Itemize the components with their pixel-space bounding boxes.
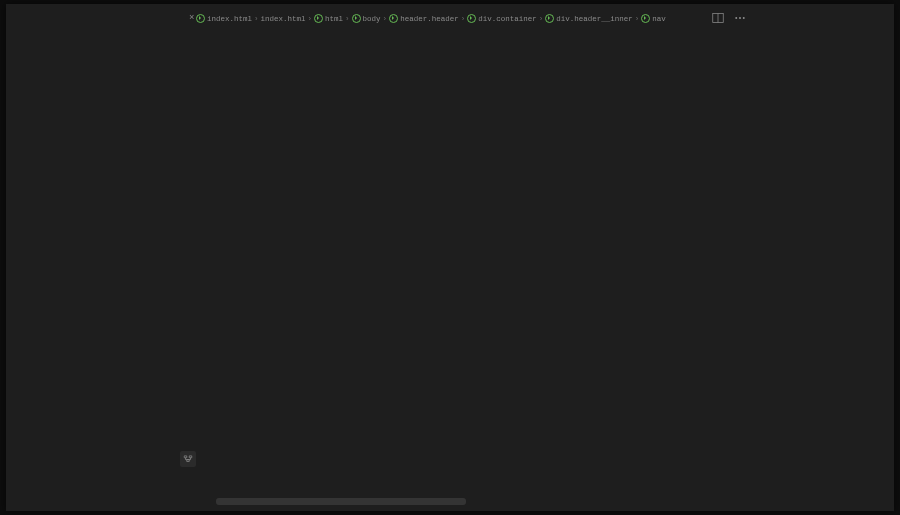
svg-point-2 xyxy=(735,17,737,19)
breadcrumb-path-4[interactable]: div.container xyxy=(467,14,537,23)
breadcrumb-path-2[interactable]: body xyxy=(352,14,381,23)
svg-point-4 xyxy=(743,17,745,19)
breadcrumb-path-3[interactable]: header.header xyxy=(389,14,459,23)
close-icon[interactable]: × xyxy=(189,13,194,23)
sync-icon xyxy=(352,14,361,23)
gutter xyxy=(182,26,196,506)
breadcrumb-path-6[interactable]: nav xyxy=(641,14,666,23)
outline-icon[interactable] xyxy=(180,451,196,467)
minimap[interactable] xyxy=(698,26,750,506)
breadcrumb-path-0[interactable]: index.html xyxy=(261,15,306,23)
code-editor[interactable] xyxy=(198,26,738,511)
sync-icon xyxy=(467,14,476,23)
more-icon[interactable] xyxy=(734,12,746,24)
horizontal-scrollbar[interactable] xyxy=(216,498,466,505)
sync-icon xyxy=(196,14,205,23)
breadcrumb-path-1[interactable]: html xyxy=(314,14,343,23)
sync-icon xyxy=(545,14,554,23)
sync-icon xyxy=(641,14,650,23)
split-editor-icon[interactable] xyxy=(712,12,724,24)
breadcrumb-path-5[interactable]: div.header__inner xyxy=(545,14,633,23)
sync-icon xyxy=(389,14,398,23)
breadcrumb-file[interactable]: index.html xyxy=(196,14,252,23)
sync-icon xyxy=(314,14,323,23)
breadcrumb[interactable]: index.html › index.html › html › body › … xyxy=(196,14,666,23)
svg-point-3 xyxy=(739,17,741,19)
